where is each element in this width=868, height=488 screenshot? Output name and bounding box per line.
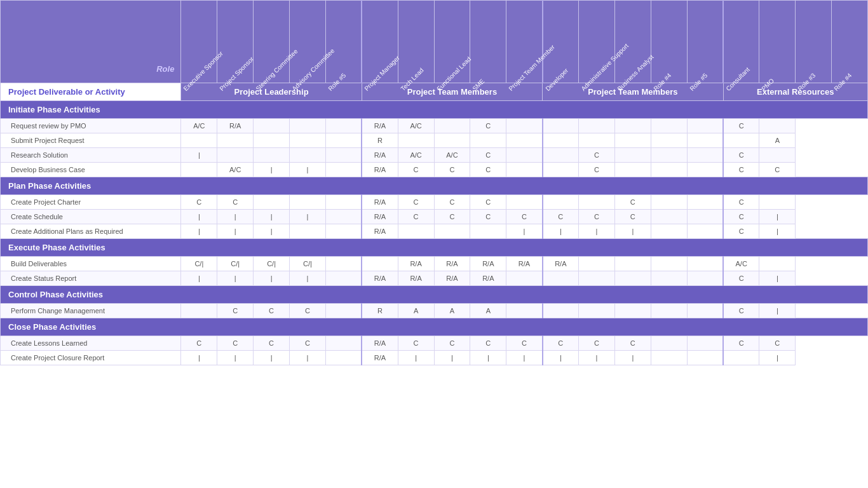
raci-cell: A/C — [434, 148, 470, 163]
raci-cell: C — [217, 336, 254, 351]
raci-cell — [325, 195, 362, 210]
raci-cell: R/A — [470, 257, 506, 271]
raci-cell: C — [470, 336, 506, 351]
raci-cell: | — [579, 224, 615, 239]
raci-cell — [687, 133, 723, 148]
raci-cell — [651, 133, 687, 148]
raci-cell: | — [470, 351, 506, 365]
raci-cell: C — [614, 195, 651, 210]
raci-cell: R/A — [543, 257, 579, 271]
raci-cell — [687, 210, 723, 224]
table-row: Create Project CharterCCR/ACCCCC — [1, 195, 868, 210]
raci-cell: C/| — [181, 257, 217, 271]
raci-cell — [434, 224, 470, 239]
raci-cell: C — [614, 210, 651, 224]
col-role4-ext: Role #4 — [832, 1, 868, 83]
raci-cell — [687, 271, 723, 286]
raci-cell — [470, 133, 506, 148]
section-row: Close Phase Activities — [1, 318, 868, 336]
raci-cell — [217, 148, 254, 163]
activity-cell: Perform Change Management — [1, 304, 181, 318]
raci-cell: | — [579, 351, 615, 365]
table-row: Develop Business CaseA/C||R/ACCCCCC — [1, 163, 868, 177]
raci-cell — [687, 224, 723, 239]
raci-cell: A — [759, 133, 796, 148]
raci-cell — [181, 163, 217, 177]
raci-cell — [687, 163, 723, 177]
raci-cell — [254, 133, 290, 148]
raci-cell: C — [723, 119, 759, 133]
raci-cell — [614, 119, 651, 133]
raci-cell: C — [181, 336, 217, 351]
raci-cell — [651, 163, 687, 177]
raci-cell — [398, 133, 434, 148]
raci-cell — [506, 119, 543, 133]
raci-cell — [181, 133, 217, 148]
raci-cell: | — [217, 210, 254, 224]
activity-cell: Create Schedule — [1, 210, 181, 224]
table-row: Create Additional Plans as Required|||R/… — [1, 224, 868, 239]
raci-cell — [651, 271, 687, 286]
raci-cell: | — [181, 224, 217, 239]
raci-cell: A — [470, 304, 506, 318]
raci-cell: | — [217, 224, 254, 239]
col-sme: SME — [470, 1, 506, 83]
raci-cell — [325, 119, 362, 133]
raci-cell — [723, 351, 759, 365]
col-pmo: PMO — [759, 1, 796, 83]
col-consultant: Consultant — [723, 1, 759, 83]
table-row: Create Schedule||||R/ACCCCCCCC| — [1, 210, 868, 224]
raci-cell: | — [290, 163, 326, 177]
raci-cell: C — [434, 163, 470, 177]
raci-cell: C — [543, 336, 579, 351]
raci-cell — [651, 304, 687, 318]
raci-cell: A/C — [398, 148, 434, 163]
raci-cell: C — [470, 163, 506, 177]
col-role3-ext: Role #3 — [796, 1, 832, 83]
raci-cell — [543, 195, 579, 210]
raci-cell: C — [506, 336, 543, 351]
raci-cell: C — [723, 336, 759, 351]
raci-cell: C — [254, 304, 290, 318]
col-steering-committee: Steering Committee — [254, 1, 290, 83]
raci-cell: A/C — [398, 119, 434, 133]
raci-cell — [687, 195, 723, 210]
raci-cell: C — [506, 210, 543, 224]
raci-cell: R/A — [506, 257, 543, 271]
table-row: Submit Project RequestRA — [1, 133, 868, 148]
raci-cell: | — [614, 351, 651, 365]
col-role5-team: Role #5 — [687, 1, 723, 83]
raci-cell: | — [217, 271, 254, 286]
raci-cell: C/| — [217, 257, 254, 271]
section-row: Initiate Phase Activities — [1, 101, 868, 119]
raci-cell — [290, 195, 326, 210]
raci-cell — [614, 148, 651, 163]
activity-cell: Submit Project Request — [1, 133, 181, 148]
raci-cell: C — [579, 210, 615, 224]
raci-cell: C — [470, 210, 506, 224]
raci-cell — [759, 257, 796, 271]
raci-cell — [614, 133, 651, 148]
raci-cell — [254, 195, 290, 210]
col-project-manager: Project Manager — [362, 1, 398, 83]
raci-cell — [687, 351, 723, 365]
raci-cell: C — [723, 210, 759, 224]
raci-cell: | — [181, 210, 217, 224]
raci-cell — [398, 224, 434, 239]
raci-cell: | — [217, 351, 254, 365]
raci-cell: R/A — [434, 271, 470, 286]
raci-cell — [579, 271, 615, 286]
raci-cell: C — [543, 210, 579, 224]
raci-cell: A/C — [181, 119, 217, 133]
col-business-analyst: Business Analyst — [614, 1, 651, 83]
raci-cell: C — [614, 336, 651, 351]
raci-cell: R/A — [362, 351, 398, 365]
raci-cell: R/A — [362, 224, 398, 239]
raci-cell — [651, 336, 687, 351]
raci-cell — [614, 304, 651, 318]
raci-cell: | — [506, 351, 543, 365]
section-row: Execute Phase Activities — [1, 239, 868, 257]
table-row: Build DeliverablesC/|C/|C/|C/|R/AR/AR/AR… — [1, 257, 868, 271]
raci-cell: C — [181, 195, 217, 210]
activity-cell: Develop Business Case — [1, 163, 181, 177]
